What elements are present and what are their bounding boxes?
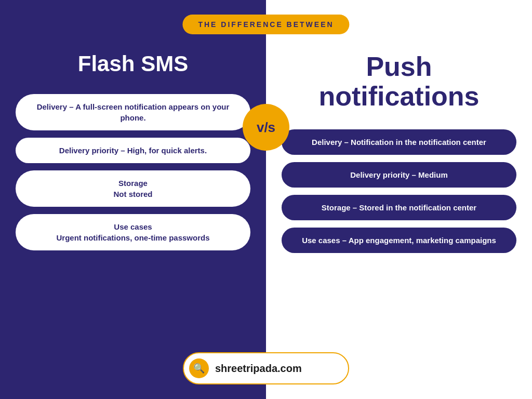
bottom-bar: 🔍 shreetripada.com <box>183 352 349 384</box>
right-usecases-text: Use cases – App engagement, marketing ca… <box>302 236 496 245</box>
right-card-usecases: Use cases – App engagement, marketing ca… <box>282 228 516 253</box>
right-card-priority: Delivery priority – Medium <box>282 162 516 188</box>
website-text: shreetripada.com <box>215 363 302 375</box>
search-icon-circle: 🔍 <box>189 358 209 378</box>
vs-circle: v/s <box>243 104 289 151</box>
left-card-storage: StorageNot stored <box>16 170 250 207</box>
left-priority-text: Delivery priority – High, for quick aler… <box>59 146 207 155</box>
right-card-storage: Storage – Stored in the notification cen… <box>282 195 516 220</box>
left-card-priority: Delivery priority – High, for quick aler… <box>16 138 250 163</box>
vs-text: v/s <box>257 119 275 136</box>
left-usecases-text: Use casesUrgent notifications, one-time … <box>56 222 209 242</box>
right-delivery-text: Delivery – Notification in the notificat… <box>312 138 486 147</box>
left-storage-text: StorageNot stored <box>114 179 153 198</box>
search-icon: 🔍 <box>193 363 205 374</box>
left-card-delivery: Delivery – A full-screen notification ap… <box>16 94 250 130</box>
left-title: Flash SMS <box>78 52 188 76</box>
left-delivery-text: Delivery – A full-screen notification ap… <box>37 102 230 122</box>
main-container: THE DIFFERENCE BETWEEN v/s Flash SMS Del… <box>0 0 532 399</box>
top-banner: THE DIFFERENCE BETWEEN <box>182 15 349 34</box>
left-card-usecases: Use casesUrgent notifications, one-time … <box>16 214 250 250</box>
right-panel: Pushnotifications Delivery – Notificatio… <box>266 0 532 399</box>
right-title: Pushnotifications <box>318 52 479 111</box>
banner-text: THE DIFFERENCE BETWEEN <box>198 20 334 29</box>
right-storage-text: Storage – Stored in the notification cen… <box>322 203 476 212</box>
right-priority-text: Delivery priority – Medium <box>350 170 448 179</box>
left-panel: Flash SMS Delivery – A full-screen notif… <box>0 0 266 399</box>
right-card-delivery: Delivery – Notification in the notificat… <box>282 129 516 155</box>
